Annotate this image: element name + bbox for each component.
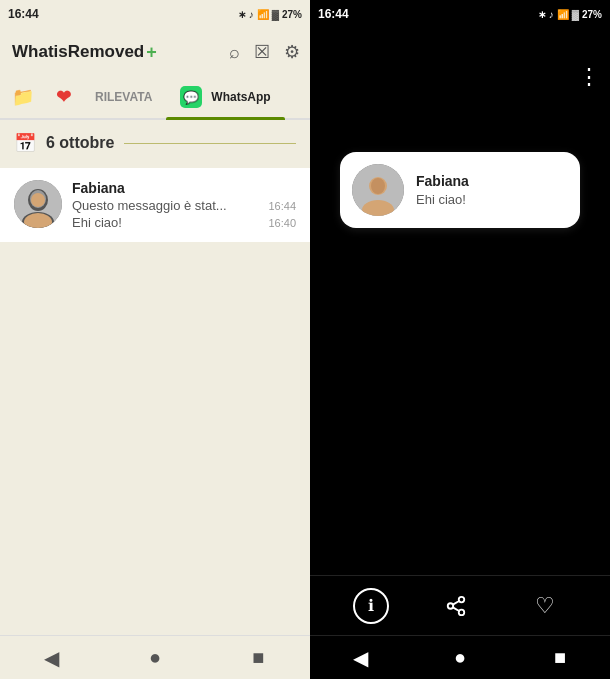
home-button-left[interactable]: ● bbox=[135, 638, 175, 678]
heart-icon: ❤ bbox=[56, 86, 71, 108]
right-panel: 16:44 ∗ ♪ 📶 ▓ 27% ⋮ Fabiana Ehi bbox=[310, 0, 610, 679]
tab-whatsapp-label: WhatsApp bbox=[211, 90, 270, 104]
top-icons-left: ⌕ ☒ ⚙ bbox=[229, 41, 300, 63]
svg-point-9 bbox=[371, 178, 385, 194]
battery-right: 27% bbox=[582, 9, 602, 20]
whatsapp-icon: 💬 bbox=[180, 86, 202, 108]
app-title: WhatisRemoved + bbox=[12, 42, 157, 63]
notif-avatar-fabiana bbox=[352, 164, 404, 216]
tabs-bar: 📁 ❤ RILEVATA 💬 WhatsApp bbox=[0, 76, 310, 120]
tab-rilevata-label: RILEVATA bbox=[95, 90, 152, 104]
signal-icon: ▓ bbox=[272, 9, 279, 20]
recents-button-left[interactable]: ■ bbox=[238, 638, 278, 678]
settings-icon[interactable]: ⚙ bbox=[284, 41, 300, 63]
svg-point-4 bbox=[31, 193, 45, 207]
message-row-1: Ehi ciao! 16:40 bbox=[72, 215, 296, 230]
calendar-icon: 📅 bbox=[14, 132, 36, 154]
svg-line-14 bbox=[453, 600, 459, 604]
message-text-0: Questo messaggio è stat... bbox=[72, 198, 227, 213]
message-row-0: Questo messaggio è stat... 16:44 bbox=[72, 198, 296, 213]
svg-line-13 bbox=[453, 607, 459, 611]
status-icons-right: ∗ ♪ 📶 ▓ 27% bbox=[538, 9, 602, 20]
recents-button-right[interactable]: ■ bbox=[540, 638, 580, 678]
favorite-button[interactable]: ♡ bbox=[523, 584, 567, 628]
status-icons-left: ∗ ♪ 📶 ▓ 27% bbox=[238, 9, 302, 20]
left-spacer bbox=[0, 248, 310, 635]
tab-whatsapp[interactable]: 💬 WhatsApp bbox=[166, 76, 284, 118]
date-text: 6 ottobre bbox=[46, 134, 114, 152]
share-button[interactable] bbox=[434, 584, 478, 628]
bottom-nav-left: ◀ ● ■ bbox=[0, 635, 310, 679]
app-title-text: WhatisRemoved bbox=[12, 42, 144, 62]
notif-message-text: Ehi ciao! bbox=[416, 192, 564, 207]
home-button-right[interactable]: ● bbox=[440, 638, 480, 678]
headphone-icon-right: ♪ bbox=[549, 9, 554, 20]
time-left: 16:44 bbox=[8, 7, 39, 21]
date-divider bbox=[124, 143, 296, 144]
notif-text-fabiana: Fabiana Ehi ciao! bbox=[416, 173, 564, 207]
battery-left: 27% bbox=[282, 9, 302, 20]
status-bar-right: 16:44 ∗ ♪ 📶 ▓ 27% bbox=[310, 0, 610, 28]
notification-card[interactable]: Fabiana Ehi ciao! bbox=[340, 152, 580, 228]
wifi-icon-right: 📶 bbox=[557, 9, 569, 20]
person-icon[interactable]: ☒ bbox=[254, 41, 270, 63]
bluetooth-icon-right: ∗ bbox=[538, 9, 546, 20]
message-time-1: 16:40 bbox=[268, 217, 296, 229]
status-bar-left: 16:44 ∗ ♪ 📶 ▓ 27% bbox=[0, 0, 310, 28]
bluetooth-icon: ∗ bbox=[238, 9, 246, 20]
signal-icon-right: ▓ bbox=[572, 9, 579, 20]
folder-icon: 📁 bbox=[12, 86, 34, 108]
search-icon[interactable]: ⌕ bbox=[229, 42, 240, 63]
back-button-left[interactable]: ◀ bbox=[32, 638, 72, 678]
tab-rilevata[interactable]: RILEVATA bbox=[81, 76, 166, 118]
bottom-nav-right: ◀ ● ■ bbox=[310, 635, 610, 679]
back-button-right[interactable]: ◀ bbox=[340, 638, 380, 678]
tab-folder[interactable]: 📁 bbox=[0, 76, 46, 118]
left-panel: 16:44 ∗ ♪ 📶 ▓ 27% WhatisRemoved + ⌕ ☒ ⚙ … bbox=[0, 0, 310, 679]
message-sender-fabiana: Fabiana bbox=[72, 180, 296, 196]
notif-sender-name: Fabiana bbox=[416, 173, 564, 189]
top-bar-left: WhatisRemoved + ⌕ ☒ ⚙ bbox=[0, 28, 310, 76]
notification-area: Fabiana Ehi ciao! bbox=[310, 72, 610, 575]
time-right: 16:44 bbox=[318, 7, 349, 21]
message-time-0: 16:44 bbox=[268, 200, 296, 212]
more-menu-button[interactable]: ⋮ bbox=[578, 64, 600, 90]
message-rows-fabiana: Questo messaggio è stat... 16:44 Ehi cia… bbox=[72, 198, 296, 230]
right-header: ⋮ bbox=[310, 28, 610, 72]
avatar-fabiana bbox=[14, 180, 62, 228]
wifi-icon: 📶 bbox=[257, 9, 269, 20]
info-button[interactable]: ℹ bbox=[353, 588, 389, 624]
message-entry-fabiana[interactable]: Fabiana Questo messaggio è stat... 16:44… bbox=[0, 168, 310, 242]
date-header: 📅 6 ottobre bbox=[0, 120, 310, 162]
message-text-1: Ehi ciao! bbox=[72, 215, 122, 230]
tab-heart[interactable]: ❤ bbox=[46, 76, 81, 118]
message-content-fabiana: Fabiana Questo messaggio è stat... 16:44… bbox=[72, 180, 296, 230]
headphone-icon: ♪ bbox=[249, 9, 254, 20]
app-title-plus: + bbox=[146, 42, 157, 63]
bottom-actions-right: ℹ ♡ bbox=[310, 575, 610, 635]
